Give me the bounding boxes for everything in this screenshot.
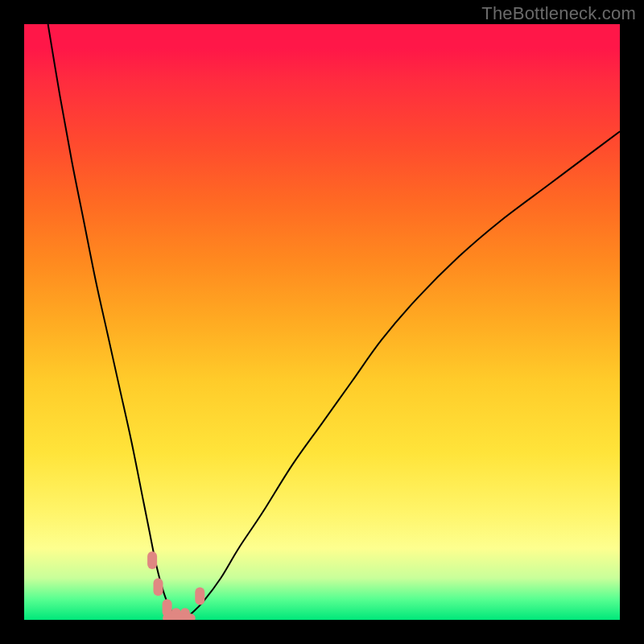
- watermark-text: TheBottleneck.com: [481, 3, 636, 24]
- plot-area: [24, 24, 620, 620]
- marker-dot: [195, 587, 204, 605]
- chart-overlay: [24, 24, 620, 620]
- bottleneck-curve: [48, 24, 620, 620]
- marker-dot: [147, 551, 157, 569]
- chart-frame: TheBottleneck.com: [0, 0, 644, 644]
- marker-dot: [154, 578, 163, 596]
